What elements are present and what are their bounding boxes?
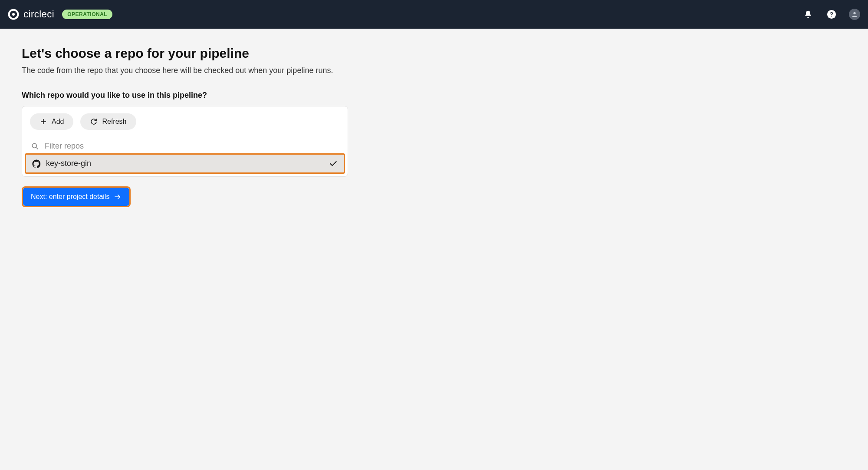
repo-name: key-store-gin <box>46 159 324 168</box>
repo-panel-toolbar: Add Refresh <box>22 106 348 137</box>
help-button[interactable]: ? <box>825 8 838 20</box>
bell-icon <box>804 10 812 19</box>
user-icon <box>851 11 858 18</box>
circleci-logo-icon <box>8 9 19 20</box>
add-repo-button[interactable]: Add <box>30 113 73 130</box>
check-icon <box>329 159 338 168</box>
top-navigation-bar: circleci OPERATIONAL ? <box>0 0 868 29</box>
repo-selection-panel: Add Refresh key-store-gin <box>22 106 348 177</box>
arrow-right-icon <box>114 193 122 201</box>
refresh-repos-button[interactable]: Refresh <box>80 113 136 130</box>
refresh-button-label: Refresh <box>102 118 126 126</box>
filter-row <box>22 137 348 153</box>
brand-text: circleci <box>23 9 54 20</box>
main-content: Let's choose a repo for your pipeline Th… <box>0 29 608 225</box>
section-label: Which repo would you like to use in this… <box>22 91 586 100</box>
filter-repos-input[interactable] <box>45 142 339 151</box>
svg-text:?: ? <box>830 11 833 18</box>
svg-point-4 <box>853 12 855 14</box>
plus-icon <box>39 118 47 126</box>
notifications-button[interactable] <box>802 8 814 20</box>
svg-point-1 <box>12 13 15 16</box>
status-badge[interactable]: OPERATIONAL <box>62 10 112 19</box>
svg-point-5 <box>32 143 36 148</box>
next-button-label: Next: enter project details <box>31 193 109 201</box>
search-icon <box>31 142 39 151</box>
refresh-icon <box>90 118 98 126</box>
brand-logo[interactable]: circleci <box>8 9 54 20</box>
repo-list-item[interactable]: key-store-gin <box>25 153 345 174</box>
next-enter-project-details-button[interactable]: Next: enter project details <box>23 188 129 206</box>
next-button-highlight: Next: enter project details <box>22 186 131 207</box>
help-icon: ? <box>827 10 836 19</box>
github-icon <box>32 159 41 168</box>
svg-line-6 <box>36 147 38 149</box>
page-title: Let's choose a repo for your pipeline <box>22 46 586 61</box>
user-avatar[interactable] <box>849 9 860 20</box>
add-button-label: Add <box>52 118 64 126</box>
page-subtitle: The code from the repo that you choose h… <box>22 66 586 75</box>
